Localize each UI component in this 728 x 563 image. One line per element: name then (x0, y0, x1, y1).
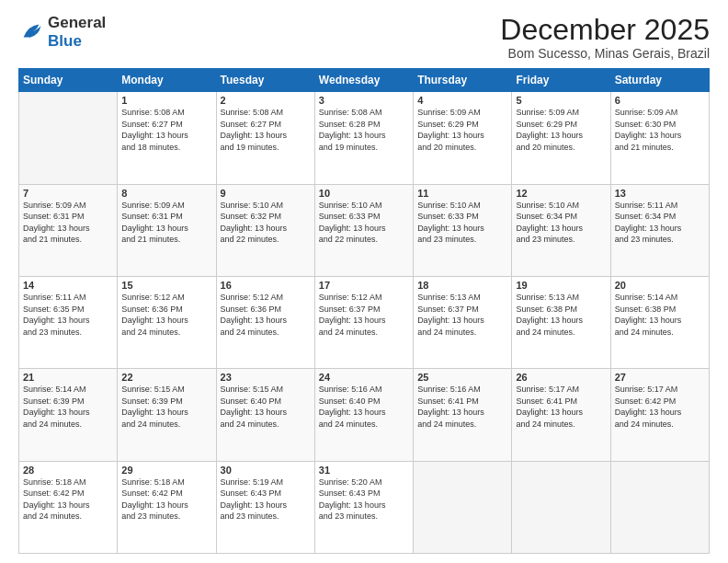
calendar-day-cell: 16Sunrise: 5:12 AM Sunset: 6:36 PM Dayli… (216, 276, 314, 368)
day-number: 31 (319, 465, 409, 476)
calendar-day-cell: 22Sunrise: 5:15 AM Sunset: 6:39 PM Dayli… (118, 369, 216, 461)
calendar-day-cell (610, 461, 709, 553)
calendar-day-cell (19, 92, 118, 184)
calendar-day-cell: 20Sunrise: 5:14 AM Sunset: 6:38 PM Dayli… (610, 276, 709, 368)
calendar-day-cell: 8Sunrise: 5:09 AM Sunset: 6:31 PM Daylig… (118, 184, 216, 276)
logo-text: General Blue (48, 14, 106, 50)
calendar-day-cell: 12Sunrise: 5:10 AM Sunset: 6:34 PM Dayli… (512, 184, 610, 276)
day-info: Sunrise: 5:12 AM Sunset: 6:36 PM Dayligh… (221, 292, 311, 338)
calendar-day-cell: 25Sunrise: 5:16 AM Sunset: 6:41 PM Dayli… (414, 369, 512, 461)
day-info: Sunrise: 5:12 AM Sunset: 6:36 PM Dayligh… (121, 292, 211, 338)
day-number: 26 (516, 372, 606, 383)
day-info: Sunrise: 5:08 AM Sunset: 6:28 PM Dayligh… (319, 107, 409, 153)
calendar-day-cell: 10Sunrise: 5:10 AM Sunset: 6:33 PM Dayli… (314, 184, 413, 276)
day-info: Sunrise: 5:14 AM Sunset: 6:39 PM Dayligh… (23, 384, 113, 430)
day-info: Sunrise: 5:15 AM Sunset: 6:40 PM Dayligh… (221, 384, 311, 430)
day-info: Sunrise: 5:17 AM Sunset: 6:42 PM Dayligh… (615, 384, 705, 430)
day-number: 5 (516, 95, 606, 106)
calendar-week-row: 14Sunrise: 5:11 AM Sunset: 6:35 PM Dayli… (19, 276, 710, 368)
calendar-day-header: Friday (512, 69, 610, 92)
day-info: Sunrise: 5:19 AM Sunset: 6:43 PM Dayligh… (221, 477, 311, 523)
day-info: Sunrise: 5:20 AM Sunset: 6:43 PM Dayligh… (319, 477, 409, 523)
day-info: Sunrise: 5:10 AM Sunset: 6:33 PM Dayligh… (417, 200, 507, 246)
day-number: 1 (121, 95, 211, 106)
day-number: 30 (221, 465, 311, 476)
day-info: Sunrise: 5:16 AM Sunset: 6:41 PM Dayligh… (417, 384, 507, 430)
day-number: 16 (221, 280, 311, 291)
calendar-week-row: 28Sunrise: 5:18 AM Sunset: 6:42 PM Dayli… (19, 461, 710, 553)
day-number: 7 (23, 188, 113, 199)
day-info: Sunrise: 5:08 AM Sunset: 6:27 PM Dayligh… (221, 107, 311, 153)
calendar-day-cell: 4Sunrise: 5:09 AM Sunset: 6:29 PM Daylig… (414, 92, 512, 184)
calendar-day-header: Thursday (414, 69, 512, 92)
day-info: Sunrise: 5:15 AM Sunset: 6:39 PM Dayligh… (121, 384, 211, 430)
calendar-day-cell: 7Sunrise: 5:09 AM Sunset: 6:31 PM Daylig… (19, 184, 118, 276)
calendar-day-cell (512, 461, 610, 553)
day-info: Sunrise: 5:11 AM Sunset: 6:34 PM Dayligh… (615, 200, 705, 246)
day-number: 8 (121, 188, 211, 199)
calendar-day-cell: 23Sunrise: 5:15 AM Sunset: 6:40 PM Dayli… (216, 369, 314, 461)
day-info: Sunrise: 5:13 AM Sunset: 6:37 PM Dayligh… (417, 292, 507, 338)
calendar-day-cell: 13Sunrise: 5:11 AM Sunset: 6:34 PM Dayli… (610, 184, 709, 276)
day-number: 27 (615, 372, 705, 383)
title-block: December 2025 Bom Sucesso, Minas Gerais,… (500, 14, 710, 61)
calendar-day-cell: 9Sunrise: 5:10 AM Sunset: 6:32 PM Daylig… (216, 184, 314, 276)
calendar-day-cell: 5Sunrise: 5:09 AM Sunset: 6:29 PM Daylig… (512, 92, 610, 184)
calendar-day-cell: 11Sunrise: 5:10 AM Sunset: 6:33 PM Dayli… (414, 184, 512, 276)
day-number: 18 (417, 280, 507, 291)
calendar-day-cell: 27Sunrise: 5:17 AM Sunset: 6:42 PM Dayli… (610, 369, 709, 461)
month-title: December 2025 (500, 14, 710, 46)
day-number: 10 (319, 188, 409, 199)
day-number: 9 (221, 188, 311, 199)
day-number: 28 (23, 465, 113, 476)
calendar-day-cell: 29Sunrise: 5:18 AM Sunset: 6:42 PM Dayli… (118, 461, 216, 553)
day-info: Sunrise: 5:08 AM Sunset: 6:27 PM Dayligh… (121, 107, 211, 153)
calendar-day-header: Tuesday (216, 69, 314, 92)
calendar-day-cell: 6Sunrise: 5:09 AM Sunset: 6:30 PM Daylig… (610, 92, 709, 184)
logo-icon (18, 19, 44, 45)
calendar-week-row: 21Sunrise: 5:14 AM Sunset: 6:39 PM Dayli… (19, 369, 710, 461)
day-info: Sunrise: 5:10 AM Sunset: 6:32 PM Dayligh… (221, 200, 311, 246)
calendar-day-header: Sunday (19, 69, 118, 92)
calendar-day-cell (414, 461, 512, 553)
day-number: 14 (23, 280, 113, 291)
calendar-header-row: SundayMondayTuesdayWednesdayThursdayFrid… (19, 69, 710, 92)
day-info: Sunrise: 5:09 AM Sunset: 6:30 PM Dayligh… (615, 107, 705, 153)
day-info: Sunrise: 5:17 AM Sunset: 6:41 PM Dayligh… (516, 384, 606, 430)
day-number: 3 (319, 95, 409, 106)
location: Bom Sucesso, Minas Gerais, Brazil (500, 46, 710, 61)
calendar-day-cell: 21Sunrise: 5:14 AM Sunset: 6:39 PM Dayli… (19, 369, 118, 461)
day-number: 19 (516, 280, 606, 291)
calendar-day-cell: 3Sunrise: 5:08 AM Sunset: 6:28 PM Daylig… (314, 92, 413, 184)
day-number: 23 (221, 372, 311, 383)
day-number: 6 (615, 95, 705, 106)
day-info: Sunrise: 5:10 AM Sunset: 6:33 PM Dayligh… (319, 200, 409, 246)
calendar-week-row: 1Sunrise: 5:08 AM Sunset: 6:27 PM Daylig… (19, 92, 710, 184)
day-number: 12 (516, 188, 606, 199)
logo: General Blue (18, 14, 106, 50)
day-info: Sunrise: 5:09 AM Sunset: 6:31 PM Dayligh… (23, 200, 113, 246)
day-number: 25 (417, 372, 507, 383)
calendar-day-cell: 24Sunrise: 5:16 AM Sunset: 6:40 PM Dayli… (314, 369, 413, 461)
calendar-day-cell: 31Sunrise: 5:20 AM Sunset: 6:43 PM Dayli… (314, 461, 413, 553)
day-info: Sunrise: 5:09 AM Sunset: 6:29 PM Dayligh… (516, 107, 606, 153)
day-number: 15 (121, 280, 211, 291)
day-number: 20 (615, 280, 705, 291)
calendar-day-cell: 26Sunrise: 5:17 AM Sunset: 6:41 PM Dayli… (512, 369, 610, 461)
calendar-day-cell: 17Sunrise: 5:12 AM Sunset: 6:37 PM Dayli… (314, 276, 413, 368)
day-info: Sunrise: 5:18 AM Sunset: 6:42 PM Dayligh… (121, 477, 211, 523)
day-info: Sunrise: 5:16 AM Sunset: 6:40 PM Dayligh… (319, 384, 409, 430)
day-info: Sunrise: 5:09 AM Sunset: 6:29 PM Dayligh… (417, 107, 507, 153)
calendar-day-cell: 1Sunrise: 5:08 AM Sunset: 6:27 PM Daylig… (118, 92, 216, 184)
calendar-day-cell: 19Sunrise: 5:13 AM Sunset: 6:38 PM Dayli… (512, 276, 610, 368)
day-number: 22 (121, 372, 211, 383)
day-number: 21 (23, 372, 113, 383)
day-info: Sunrise: 5:12 AM Sunset: 6:37 PM Dayligh… (319, 292, 409, 338)
day-number: 4 (417, 95, 507, 106)
day-number: 17 (319, 280, 409, 291)
calendar-week-row: 7Sunrise: 5:09 AM Sunset: 6:31 PM Daylig… (19, 184, 710, 276)
calendar-day-cell: 28Sunrise: 5:18 AM Sunset: 6:42 PM Dayli… (19, 461, 118, 553)
day-number: 24 (319, 372, 409, 383)
header: General Blue December 2025 Bom Sucesso, … (18, 14, 710, 61)
page: General Blue December 2025 Bom Sucesso, … (0, 0, 728, 563)
